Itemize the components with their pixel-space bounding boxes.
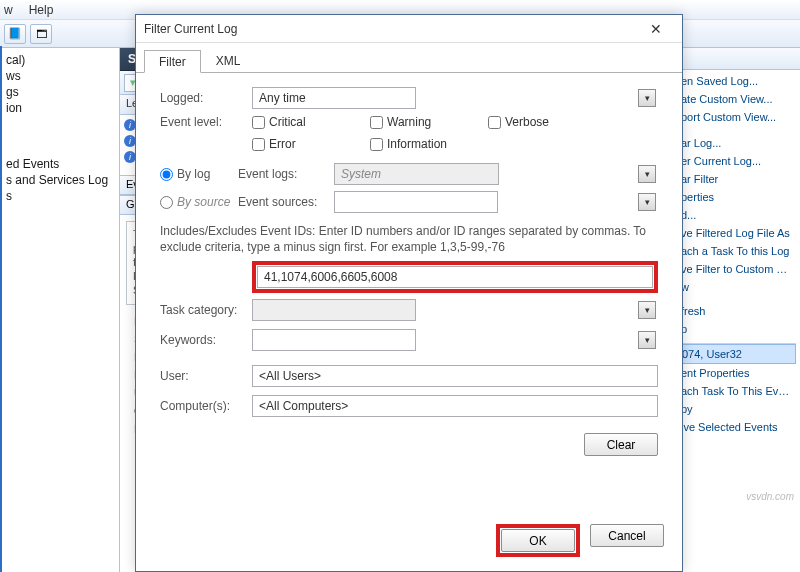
action-item[interactable]: w <box>675 278 796 296</box>
ok-button[interactable]: OK <box>501 529 575 552</box>
computers-input[interactable] <box>252 395 658 417</box>
logged-combo[interactable] <box>252 87 416 109</box>
chevron-down-icon[interactable]: ▾ <box>638 193 656 211</box>
toolbar-props-icon[interactable]: 📘 <box>4 24 26 44</box>
user-input[interactable] <box>252 365 658 387</box>
action-item[interactable]: ar Log... <box>675 134 796 152</box>
action-item[interactable]: d... <box>675 206 796 224</box>
dialog-titlebar: Filter Current Log ✕ <box>136 15 682 43</box>
tree-item[interactable]: cal) <box>2 52 117 68</box>
action-item[interactable]: ach a Task To this Log <box>675 242 796 260</box>
action-item[interactable]: ent Properties <box>675 364 796 382</box>
tree-panel: cal) ws gs ion ed Events s and Services … <box>0 48 120 572</box>
ok-highlight: OK <box>496 524 580 557</box>
bysource-radio[interactable]: By source <box>160 195 238 209</box>
action-item[interactable]: fresh <box>675 302 796 320</box>
bylog-radio[interactable]: By log <box>160 167 238 181</box>
action-item[interactable]: py <box>675 400 796 418</box>
keywords-combo[interactable] <box>252 329 416 351</box>
error-check[interactable]: Error <box>252 137 352 151</box>
filter-dialog: Filter Current Log ✕ Filter XML Logged: … <box>135 14 683 572</box>
tab-filter[interactable]: Filter <box>144 50 201 73</box>
eventlogs-combo[interactable] <box>334 163 499 185</box>
action-item-selected[interactable]: 074, User32 <box>675 344 796 364</box>
computers-label: Computer(s): <box>160 399 252 413</box>
eventlogs-label: Event logs: <box>238 167 334 181</box>
dialog-title: Filter Current Log <box>144 22 237 36</box>
action-item[interactable]: ve Filtered Log File As <box>675 224 796 242</box>
action-item[interactable]: ate Custom View... <box>675 90 796 108</box>
action-item[interactable]: ar Filter <box>675 170 796 188</box>
close-icon[interactable]: ✕ <box>638 19 674 39</box>
eventsources-combo[interactable] <box>334 191 498 213</box>
action-item[interactable]: port Custom View... <box>675 108 796 126</box>
tree-item[interactable]: ion <box>2 100 117 116</box>
task-category-label: Task category: <box>160 303 252 317</box>
task-category-combo[interactable] <box>252 299 416 321</box>
action-item[interactable]: ach Task To This Even <box>675 382 796 400</box>
event-ids-description: Includes/Excludes Event IDs: Enter ID nu… <box>160 223 658 255</box>
warning-check[interactable]: Warning <box>370 115 470 129</box>
keywords-label: Keywords: <box>160 333 252 347</box>
chevron-down-icon[interactable]: ▾ <box>638 165 656 183</box>
tree-item[interactable]: ws <box>2 68 117 84</box>
tree-group[interactable]: s and Services Log <box>2 172 117 188</box>
action-item[interactable]: ive Selected Events <box>675 418 796 436</box>
tab-strip: Filter XML <box>136 47 682 73</box>
menu-view[interactable]: w <box>4 3 13 17</box>
action-item[interactable]: p <box>675 320 796 338</box>
chevron-down-icon[interactable]: ▾ <box>638 301 656 319</box>
information-check[interactable]: Information <box>370 137 490 151</box>
event-ids-input[interactable] <box>257 266 653 288</box>
tree-group[interactable]: ed Events <box>2 156 117 172</box>
tree-item[interactable]: gs <box>2 84 117 100</box>
verbose-check[interactable]: Verbose <box>488 115 588 129</box>
eventids-highlight <box>252 261 658 293</box>
user-label: User: <box>160 369 252 383</box>
chevron-down-icon[interactable]: ▾ <box>638 89 656 107</box>
chevron-down-icon[interactable]: ▾ <box>638 331 656 349</box>
watermark: vsvdn.com <box>746 491 794 502</box>
critical-check[interactable]: Critical <box>252 115 352 129</box>
action-item[interactable]: ve Filter to Custom Vie <box>675 260 796 278</box>
eventsources-label: Event sources: <box>238 195 334 209</box>
logged-label: Logged: <box>160 91 252 105</box>
menu-help[interactable]: Help <box>29 3 54 17</box>
action-item[interactable]: perties <box>675 188 796 206</box>
tab-xml[interactable]: XML <box>201 49 256 72</box>
tree-group[interactable]: s <box>2 188 117 204</box>
clear-button[interactable]: Clear <box>584 433 658 456</box>
action-item[interactable]: er Current Log... <box>675 152 796 170</box>
action-item[interactable]: en Saved Log... <box>675 72 796 90</box>
toolbar-calendar-icon[interactable]: 🗔 <box>30 24 52 44</box>
eventlevel-label: Event level: <box>160 115 252 129</box>
cancel-button[interactable]: Cancel <box>590 524 664 547</box>
